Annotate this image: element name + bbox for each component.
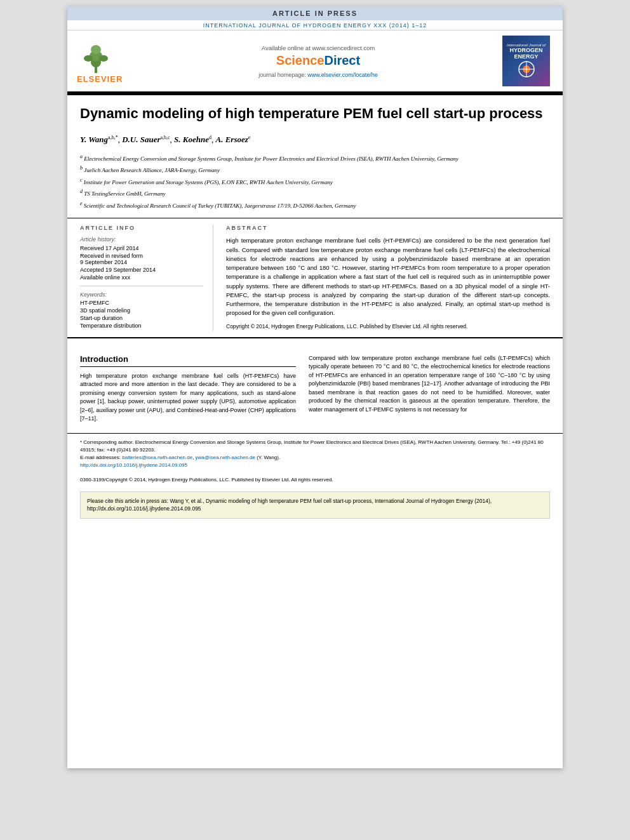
elsevier-tree-icon bbox=[77, 38, 115, 73]
affil-c: c Institute for Power Generation and Sto… bbox=[80, 177, 550, 187]
affil-d: d TS TestingService GmbH, Germany bbox=[80, 188, 550, 199]
intro-right: Compared with low temperature proton exc… bbox=[309, 354, 550, 423]
intro-left-text: High temperature proton exchange membran… bbox=[80, 372, 296, 423]
author-ersoez: A. Ersoez bbox=[215, 135, 248, 144]
author-sauer-sup: a,b,c bbox=[160, 135, 170, 140]
journal-header-text: International Journal of Hydrogen Energy… bbox=[203, 22, 427, 29]
keyword-1: HT-PEMFC bbox=[80, 300, 203, 306]
intro-two-col: Introduction High temperature proton exc… bbox=[67, 354, 563, 433]
copyright-bar: 0360-3199/Copyright © 2014, Hydrogen Ene… bbox=[67, 474, 563, 485]
article-info-col: Article Info Article history: Received 1… bbox=[80, 225, 213, 330]
journal-logo-main: HYDROGEN ENERGY bbox=[506, 48, 547, 60]
keyword-4: Temperature distribution bbox=[80, 323, 203, 329]
abstract-col: Abstract High temperature proton exchang… bbox=[226, 225, 550, 330]
svg-point-5 bbox=[99, 55, 108, 62]
authors-line: Y. Wanga,b,*, D.U. Sauera,b,c, S. Koehne… bbox=[80, 135, 550, 145]
history-label: Article history: bbox=[80, 236, 203, 243]
email-suffix: (Y. Wang). bbox=[257, 455, 280, 460]
article-title: Dynamic modeling of high temperature PEM… bbox=[80, 105, 550, 123]
abstract-text: High temperature proton exchange membran… bbox=[226, 236, 550, 317]
direct-text: Direct bbox=[324, 53, 360, 67]
citation-box: Please cite this article in press as: Wa… bbox=[80, 491, 550, 519]
affil-b: b Juelich Aachen Research Alliance, JARA… bbox=[80, 164, 550, 175]
top-header: ELSEVIER Available online at www.science… bbox=[67, 30, 563, 93]
svg-point-4 bbox=[84, 55, 93, 62]
journal-logo-box: International Journal of HYDROGEN ENERGY bbox=[502, 36, 550, 86]
svg-rect-0 bbox=[95, 67, 97, 73]
corresponding-text: * Corresponding author. Electrochemical … bbox=[80, 439, 544, 453]
article-info-heading: Article Info bbox=[80, 225, 203, 231]
journal-header: International Journal of Hydrogen Energy… bbox=[67, 20, 563, 30]
journal-logo-graphic bbox=[517, 60, 536, 79]
author-sauer: D.U. Sauer bbox=[122, 135, 160, 144]
email1-link[interactable]: batteries@isea.rwth-aachen.de bbox=[122, 455, 192, 460]
received-date: Received 17 April 2014 bbox=[80, 245, 203, 251]
authors-area: Y. Wanga,b,*, D.U. Sauera,b,c, S. Koehne… bbox=[67, 130, 563, 150]
svg-point-3 bbox=[91, 45, 101, 54]
intro-right-text: Compared with low temperature proton exc… bbox=[309, 354, 550, 415]
doi-line: http://dx.doi.org/10.1016/j.ijhydene.201… bbox=[80, 462, 550, 469]
email-label: E-mail addresses: bbox=[80, 455, 121, 460]
intro-section bbox=[67, 337, 563, 354]
doi-link[interactable]: http://dx.doi.org/10.1016/j.ijhydene.201… bbox=[80, 462, 187, 468]
keyword-2: 3D spatial modeling bbox=[80, 307, 203, 314]
elsevier-wordmark: ELSEVIER bbox=[77, 74, 123, 84]
available-online-text: Available online at www.sciencedirect.co… bbox=[140, 44, 496, 51]
corresponding-note: * Corresponding author. Electrochemical … bbox=[80, 439, 550, 454]
affil-e: e Scientific and Technological Research … bbox=[80, 200, 550, 211]
article-info-abstract: Article Info Article history: Received 1… bbox=[67, 218, 563, 337]
article-title-area: Dynamic modeling of high temperature PEM… bbox=[67, 95, 563, 130]
accepted-date: Accepted 19 September 2014 bbox=[80, 267, 203, 273]
author-koehne: S. Koehne bbox=[174, 135, 209, 144]
received-revised-date: Received in revised formReceived in revi… bbox=[80, 253, 203, 265]
homepage-link[interactable]: www.elsevier.com/locate/he bbox=[307, 72, 378, 78]
article-page: Article in Press International Journal o… bbox=[67, 6, 563, 768]
homepage-label: journal homepage: bbox=[258, 72, 306, 78]
abstract-heading: Abstract bbox=[226, 225, 550, 231]
sciencedirect-logo: ScienceDirect bbox=[140, 53, 496, 68]
keywords-label: Keywords: bbox=[80, 291, 203, 298]
intro-heading: Introduction bbox=[80, 354, 296, 367]
journal-homepage: journal homepage: www.elsevier.com/locat… bbox=[140, 72, 496, 78]
author-wang-sup: a,b,* bbox=[108, 135, 118, 140]
journal-logo: International Journal of HYDROGEN ENERGY bbox=[502, 36, 553, 86]
author-ersoez-sup: e bbox=[248, 135, 251, 140]
affiliations: a Electrochemical Energy Conversion and … bbox=[67, 150, 563, 218]
info-divider bbox=[80, 286, 203, 286]
intro-left: Introduction High temperature proton exc… bbox=[80, 354, 296, 423]
keyword-3: Start-up duration bbox=[80, 315, 203, 321]
article-in-press-text: Article in Press bbox=[272, 10, 358, 17]
email-line: E-mail addresses: batteries@isea.rwth-aa… bbox=[80, 454, 550, 462]
affil-a: a Electrochemical Energy Conversion and … bbox=[80, 153, 550, 164]
science-text: Science bbox=[276, 53, 325, 67]
citation-text: Please cite this article in press as: Wa… bbox=[87, 498, 492, 512]
author-koehne-sup: d bbox=[209, 135, 211, 140]
issn-text: 0360-3199/Copyright © 2014, Hydrogen Ene… bbox=[80, 477, 333, 483]
email2-link[interactable]: ywa@isea.rwth-aachen.de bbox=[196, 455, 255, 460]
article-in-press-banner: Article in Press bbox=[67, 6, 563, 20]
copyright-text: Copyright © 2014, Hydrogen Energy Public… bbox=[226, 323, 550, 331]
header-center: Available online at www.sciencedirect.co… bbox=[134, 44, 502, 78]
author-wang: Y. Wang bbox=[80, 135, 108, 144]
elsevier-logo: ELSEVIER bbox=[77, 38, 134, 84]
footer-note: * Corresponding author. Electrochemical … bbox=[67, 433, 563, 474]
available-date: Available online xxx bbox=[80, 274, 203, 281]
